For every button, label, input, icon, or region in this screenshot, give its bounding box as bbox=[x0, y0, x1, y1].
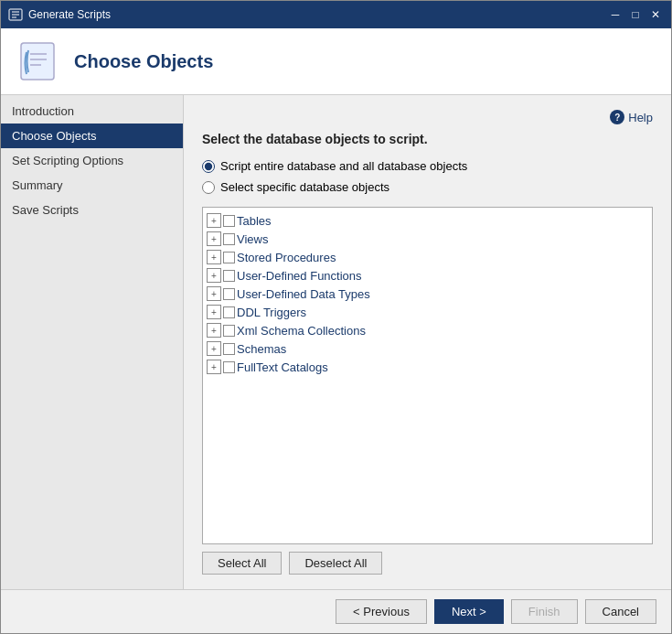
main-window: Generate Scripts ─ □ ✕ Choose Objects In… bbox=[0, 0, 672, 634]
tree-item-label: DDL Triggers bbox=[237, 306, 306, 319]
radio-specific-objects[interactable]: Select specific database objects bbox=[202, 180, 653, 194]
section-title: Select the database objects to script. bbox=[202, 132, 653, 146]
header-title: Choose Objects bbox=[74, 51, 213, 72]
header-icon bbox=[16, 39, 59, 83]
title-bar-controls: ─ □ ✕ bbox=[607, 6, 664, 23]
tree-checkbox[interactable] bbox=[223, 288, 235, 300]
help-link[interactable]: ? Help bbox=[610, 110, 653, 124]
help-row: ? Help bbox=[202, 110, 653, 124]
tree-item-label: User-Defined Functions bbox=[237, 269, 362, 283]
tree-item-label: Xml Schema Collections bbox=[237, 324, 366, 338]
tree-item[interactable]: + Xml Schema Collections bbox=[203, 321, 652, 339]
tree-item[interactable]: + FullText Catalogs bbox=[203, 358, 652, 376]
tree-expand-icon[interactable]: + bbox=[207, 268, 221, 283]
tree-expand-icon[interactable]: + bbox=[207, 360, 221, 374]
title-bar-text: Generate Scripts bbox=[28, 8, 607, 21]
tree-item[interactable]: + Tables bbox=[203, 211, 652, 230]
help-label: Help bbox=[628, 111, 653, 124]
tree-item-label: Views bbox=[237, 232, 268, 246]
previous-button[interactable]: < Previous bbox=[336, 599, 427, 624]
tree-checkbox[interactable] bbox=[223, 252, 235, 263]
tree-item-label: User-Defined Data Types bbox=[237, 287, 370, 301]
tree-item[interactable]: + Stored Procedures bbox=[203, 248, 652, 266]
tree-item-label: FullText Catalogs bbox=[237, 360, 328, 374]
title-bar: Generate Scripts ─ □ ✕ bbox=[1, 1, 671, 28]
radio-entire-database[interactable]: Script entire database and all database … bbox=[202, 159, 653, 173]
select-all-button[interactable]: Select All bbox=[202, 552, 282, 575]
tree-checkbox[interactable] bbox=[223, 343, 235, 355]
close-button[interactable]: ✕ bbox=[647, 6, 664, 23]
radio-group: Script entire database and all database … bbox=[202, 159, 653, 194]
sidebar-item-summary[interactable]: Summary bbox=[1, 173, 183, 198]
button-row-below-tree: Select All Deselect All bbox=[202, 552, 653, 575]
radio-entire-input[interactable] bbox=[202, 160, 215, 173]
cancel-button[interactable]: Cancel bbox=[585, 599, 656, 624]
tree-expand-icon[interactable]: + bbox=[207, 213, 221, 228]
radio-specific-label: Select specific database objects bbox=[220, 180, 389, 194]
minimize-button[interactable]: ─ bbox=[607, 6, 624, 23]
tree-container[interactable]: + Tables + Views + Stored Procedures + U… bbox=[202, 207, 653, 544]
content-area: Introduction Choose Objects Set Scriptin… bbox=[1, 95, 671, 589]
tree-checkbox[interactable] bbox=[223, 270, 235, 282]
radio-entire-label: Script entire database and all database … bbox=[220, 159, 467, 173]
next-button[interactable]: Next > bbox=[434, 599, 504, 624]
sidebar-item-set-scripting-options[interactable]: Set Scripting Options bbox=[1, 148, 183, 173]
sidebar-item-choose-objects[interactable]: Choose Objects bbox=[1, 124, 183, 148]
tree-item[interactable]: + DDL Triggers bbox=[203, 303, 652, 321]
footer: < Previous Next > Finish Cancel bbox=[1, 589, 671, 633]
maximize-button[interactable]: □ bbox=[627, 6, 644, 23]
help-icon: ? bbox=[610, 110, 624, 124]
tree-checkbox[interactable] bbox=[223, 361, 235, 373]
tree-checkbox[interactable] bbox=[223, 215, 235, 227]
tree-item-label: Schemas bbox=[237, 342, 286, 356]
tree-item-label: Tables bbox=[237, 214, 272, 228]
main-content: ? Help Select the database objects to sc… bbox=[184, 95, 671, 589]
deselect-all-button[interactable]: Deselect All bbox=[289, 552, 382, 575]
tree-checkbox[interactable] bbox=[223, 233, 235, 245]
tree-expand-icon[interactable]: + bbox=[207, 305, 221, 319]
finish-button[interactable]: Finish bbox=[511, 599, 578, 624]
tree-checkbox[interactable] bbox=[223, 306, 235, 318]
tree-expand-icon[interactable]: + bbox=[207, 250, 221, 264]
tree-item[interactable]: + Views bbox=[203, 230, 652, 248]
app-icon bbox=[8, 7, 23, 22]
tree-expand-icon[interactable]: + bbox=[207, 323, 221, 338]
radio-specific-input[interactable] bbox=[202, 181, 215, 194]
tree-item-label: Stored Procedures bbox=[237, 251, 336, 264]
tree-expand-icon[interactable]: + bbox=[207, 231, 221, 246]
tree-item[interactable]: + User-Defined Functions bbox=[203, 266, 652, 285]
sidebar-item-introduction[interactable]: Introduction bbox=[1, 99, 183, 124]
tree-checkbox[interactable] bbox=[223, 325, 235, 337]
tree-item[interactable]: + User-Defined Data Types bbox=[203, 285, 652, 303]
header: Choose Objects bbox=[1, 28, 671, 95]
tree-expand-icon[interactable]: + bbox=[207, 341, 221, 356]
sidebar-item-save-scripts[interactable]: Save Scripts bbox=[1, 198, 183, 222]
sidebar: Introduction Choose Objects Set Scriptin… bbox=[1, 95, 184, 589]
tree-expand-icon[interactable]: + bbox=[207, 286, 221, 301]
tree-item[interactable]: + Schemas bbox=[203, 339, 652, 358]
